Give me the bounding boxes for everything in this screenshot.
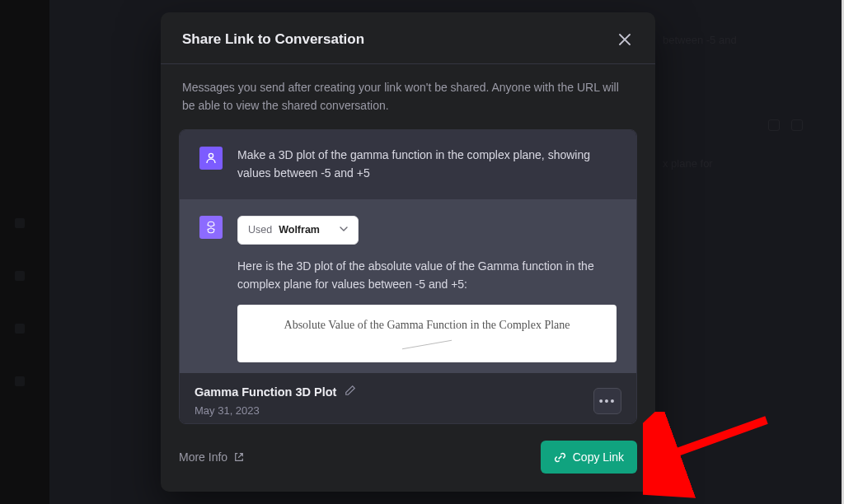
- used-tool-prefix: Used: [248, 222, 272, 238]
- share-link-modal: Share Link to Conversation Messages you …: [161, 12, 655, 492]
- svg-point-0: [209, 154, 213, 158]
- openai-logo-icon: [204, 220, 218, 235]
- close-button[interactable]: [616, 30, 634, 49]
- person-icon: [204, 152, 218, 165]
- user-avatar: [199, 147, 223, 170]
- conversation-title: Gamma Function 3D Plot: [195, 385, 336, 399]
- used-tool-pill[interactable]: Used Wolfram: [237, 216, 359, 245]
- link-icon: [554, 451, 566, 464]
- preview-message-assistant: Used Wolfram Here is the 3D plot of the …: [180, 199, 636, 374]
- modal-description: Messages you send after creating your li…: [161, 64, 655, 129]
- more-options-button[interactable]: •••: [593, 388, 621, 414]
- modal-header: Share Link to Conversation: [161, 12, 655, 63]
- conversation-date: May 31, 2023: [195, 404, 356, 417]
- preview-message-user-text: Make a 3D plot of the gamma function in …: [237, 147, 617, 182]
- conversation-preview-meta: Gamma Function 3D Plot May 31, 2023 •••: [180, 373, 636, 424]
- more-info-link[interactable]: More Info: [179, 450, 244, 464]
- preview-message-user: Make a 3D plot of the gamma function in …: [180, 130, 636, 198]
- preview-message-assistant-text: Here is the 3D plot of the absolute valu…: [237, 258, 617, 293]
- plot-title: Absolute Value of the Gamma Function in …: [249, 316, 605, 334]
- conversation-preview-scroll[interactable]: Make a 3D plot of the gamma function in …: [180, 130, 636, 373]
- external-link-icon: [234, 452, 244, 462]
- plot-image-preview: Absolute Value of the Gamma Function in …: [237, 305, 617, 362]
- ellipsis-icon: •••: [599, 394, 617, 408]
- copy-link-button[interactable]: Copy Link: [541, 441, 637, 474]
- assistant-avatar: [199, 216, 223, 239]
- modal-footer: More Info Copy Link: [161, 424, 655, 492]
- chevron-down-icon: [340, 223, 348, 237]
- edit-title-button[interactable]: [345, 385, 356, 399]
- more-info-label: More Info: [179, 450, 227, 464]
- copy-link-label: Copy Link: [573, 450, 624, 464]
- used-tool-name: Wolfram: [279, 222, 320, 238]
- pencil-icon: [345, 385, 356, 396]
- close-icon: [619, 34, 631, 45]
- plot-wireframe-icon: [402, 340, 452, 366]
- conversation-preview: Make a 3D plot of the gamma function in …: [179, 129, 637, 424]
- modal-title: Share Link to Conversation: [182, 31, 364, 48]
